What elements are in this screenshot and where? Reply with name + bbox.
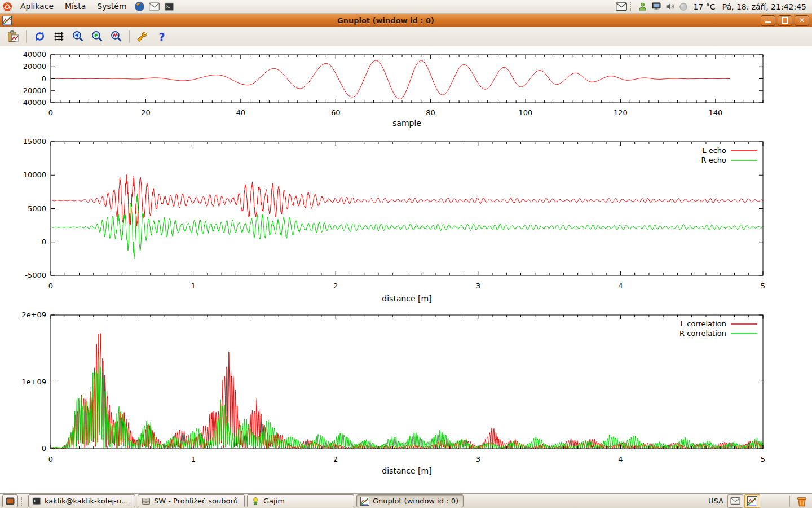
gnuplot-toolbar: ? [0,27,812,46]
x-tick-label: 100 [519,108,533,117]
plots-svg: 020406080100120140-40000-200000200004000… [0,46,812,493]
y-tick-label: 10000 [23,170,46,179]
legend-label: R echo [701,156,726,164]
y-tick-label: -20000 [20,86,46,95]
legend-label: R correlation [679,329,726,338]
y-tick-label: 2e+09 [21,310,46,319]
tasklist-handle[interactable] [21,497,25,506]
zoom-previous-button[interactable] [70,29,86,45]
unzoom-icon [110,30,123,43]
volume-icon[interactable] [664,2,676,12]
x-tick-label: 0 [48,455,53,463]
maximize-icon [782,17,788,24]
y-tick-label: -5000 [25,271,46,279]
x-tick-label: 1 [191,282,195,290]
firefox-launcher-icon[interactable] [134,1,145,12]
copy-to-clipboard-button[interactable] [5,29,21,45]
y-tick-label: 0 [42,444,46,453]
x-tick-label: 0 [48,108,53,117]
x-axis-label: distance [m] [382,466,431,475]
x-tick-label: 20 [141,108,151,117]
y-tick-label: 1e+09 [21,378,46,386]
zoom-previous-icon [72,30,85,43]
keyboard-layout-indicator[interactable]: USA [705,497,727,505]
applet-handle[interactable] [630,2,634,11]
y-tick-label: -40000 [20,98,46,107]
menu-applications[interactable]: Aplikace [15,0,59,14]
chart-2: 012345-5000050001000015000distance [m]L … [23,137,766,303]
series-chirp [51,60,730,99]
menu-system[interactable]: Systém [91,0,132,14]
replot-button[interactable] [32,29,47,45]
taskbar-item-gajim[interactable]: Gajim [247,494,354,507]
taskbar-item-label: Gajim [263,497,285,505]
mail-launcher-icon[interactable] [149,1,160,12]
taskbar-separator [789,496,790,507]
x-tick-label: 4 [618,455,623,463]
x-axis-label: sample [392,119,421,128]
tray-gnuplot-button[interactable] [744,494,760,508]
x-tick-label: 140 [708,108,722,117]
user-switcher-icon[interactable] [637,2,648,12]
display-icon[interactable] [651,2,662,12]
x-tick-label: 40 [236,108,246,117]
ubuntu-logo-icon[interactable] [2,1,13,12]
gajim-icon [251,497,260,506]
terminal-launcher-icon[interactable] [164,1,175,12]
legend-label: L correlation [681,319,726,328]
y-tick-label: 40000 [23,50,46,59]
temperature-label[interactable]: 17 °C [690,2,719,11]
plot-border [51,142,763,275]
grid-icon [52,30,65,43]
gnuplot-window-icon[interactable] [2,16,12,25]
gnuplot-icon [360,497,369,506]
mail-notification-icon[interactable] [616,2,627,12]
trash-applet[interactable] [793,495,810,507]
window-selector-button[interactable] [2,494,18,507]
x-axis-label: distance [m] [382,294,431,303]
mail-tray-icon [730,497,740,505]
menu-places[interactable]: Místa [59,0,91,14]
series-l-echo [51,174,763,226]
close-button[interactable]: ✕ [795,15,809,26]
x-tick-label: 0 [48,282,53,290]
help-button[interactable]: ? [154,29,170,45]
x-tick-label: 60 [331,108,341,117]
taskbar-item-label: Gnuplot (window id : 0) [373,497,458,505]
clipboard-icon [7,30,20,43]
grid-toggle-button[interactable] [51,29,67,45]
unzoom-button[interactable] [108,29,124,45]
bottom-taskbar: kaklik@kaklik-kolej-u... SW - Prohlížeč … [0,493,812,508]
window-selector-icon [6,497,15,505]
x-tick-label: 2 [333,282,338,290]
maximize-button[interactable] [778,15,792,26]
clock-applet[interactable]: Pá, 18. září, 21:42:45 [719,2,812,11]
weather-icon[interactable] [678,2,689,12]
toolbar-separator [129,30,130,43]
x-tick-label: 3 [476,455,480,463]
x-tick-label: 3 [476,282,480,290]
y-tick-label: 5000 [28,204,46,213]
gnome-top-panel: Aplikace Místa Systém [0,0,812,14]
zoom-next-button[interactable] [89,29,105,45]
y-tick-label: 20000 [23,62,46,71]
chart-3: 01234501e+092e+09distance [m]L correlati… [21,310,765,475]
x-tick-label: 5 [761,282,765,290]
taskbar-item-terminal[interactable]: kaklik@kaklik-kolej-u... [28,494,135,507]
window-controls: ✕ [760,15,810,26]
legend-label: L echo [702,146,726,155]
tray-mail-button[interactable] [727,494,743,508]
toolbar-separator [26,30,27,43]
x-tick-label: 120 [614,108,628,117]
taskbar-item-label: SW - Prohlížeč souborů [154,497,238,505]
close-icon: ✕ [799,17,805,24]
trash-icon [796,495,808,507]
minimize-button[interactable] [761,15,775,26]
zoom-next-icon [91,30,104,43]
help-icon: ? [158,30,165,43]
settings-button[interactable] [135,29,151,45]
taskbar-item-gnuplot[interactable]: Gnuplot (window id : 0) [356,494,464,507]
wrench-icon [136,30,149,43]
taskbar-item-file-browser[interactable]: SW - Prohlížeč souborů [138,494,245,507]
y-tick-label: 15000 [23,137,46,146]
